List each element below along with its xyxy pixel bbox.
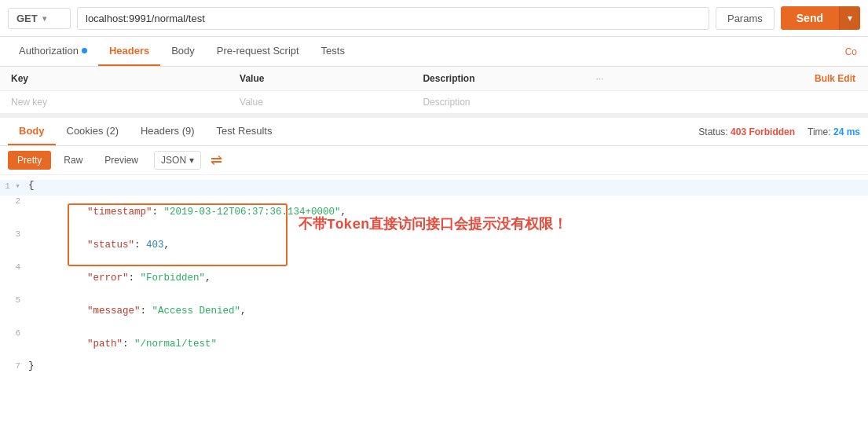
time-label-text: Time: [808, 126, 831, 137]
method-label: GET [16, 13, 38, 24]
headers-table: Key Value Description ··· Bulk Edit New … [0, 67, 868, 113]
line-content-6: "path": "/normal/test" [28, 328, 868, 361]
send-dropdown-button[interactable]: ▾ [839, 6, 860, 30]
key-placeholder[interactable]: New key [0, 91, 229, 114]
bulk-edit-button[interactable]: Bulk Edit [614, 67, 868, 91]
code-line-3: 3 "status": 403, [0, 229, 868, 262]
line-content-4: "error": "Forbidden", [28, 262, 868, 295]
response-tabs-bar: Body Cookies (2) Headers (9) Test Result… [0, 118, 868, 146]
col-key: Key [0, 67, 229, 91]
authorization-label: Authorization [19, 45, 79, 57]
code-line-7: 7 } [0, 361, 868, 376]
format-type-select[interactable]: JSON ▾ [154, 151, 201, 170]
tests-label: Tests [321, 45, 345, 57]
line-content-1: { [28, 180, 868, 191]
tab-authorization[interactable]: Authorization [8, 37, 98, 66]
code-area: 1 ▾ { 2 "timestamp": "2019-03-12T06:37:3… [0, 175, 868, 381]
format-preview-button[interactable]: Preview [95, 151, 148, 170]
authorization-dot [82, 48, 87, 53]
line-content-5: "message": "Access Denied", [28, 295, 868, 328]
status-label: Status: 403 Forbidden [698, 126, 795, 137]
send-button[interactable]: Send [781, 6, 839, 30]
request-tabs: Authorization Headers Body Pre-request S… [0, 37, 868, 67]
line-num-1: 1 ▾ [0, 180, 28, 191]
top-bar: GET ▾ Params Send ▾ [0, 0, 868, 37]
resp-headers-label: Headers (9) [141, 125, 195, 137]
resp-meta: Status: 403 Forbidden Time: 24 ms [698, 126, 860, 137]
tab-pre-request-script[interactable]: Pre-request Script [206, 37, 310, 66]
method-select[interactable]: GET ▾ [8, 8, 71, 29]
line-content-7: } [28, 361, 868, 372]
format-raw-button[interactable]: Raw [54, 151, 92, 170]
col-ellipsis: ··· [584, 67, 614, 91]
method-chevron: ▾ [42, 14, 46, 23]
code-line-6: 6 "path": "/normal/test" [0, 328, 868, 361]
tab-tests[interactable]: Tests [310, 37, 356, 66]
value-placeholder[interactable]: Value [229, 91, 412, 114]
resp-cookies-label: Cookies (2) [67, 125, 119, 137]
resp-tab-test-results[interactable]: Test Results [206, 118, 284, 145]
format-bar: Pretty Raw Preview JSON ▾ ⇌ [0, 146, 868, 175]
header-placeholder-row: New key Value Description [0, 91, 868, 114]
status-label-text: Status: [698, 126, 727, 137]
desc-placeholder[interactable]: Description [412, 91, 584, 114]
code-line-5: 5 "message": "Access Denied", [0, 295, 868, 328]
line-num-4: 4 [0, 262, 28, 272]
tab-body[interactable]: Body [160, 37, 206, 66]
line-num-6: 6 [0, 328, 28, 338]
line-num-3: 3 [0, 229, 28, 239]
body-label: Body [171, 45, 195, 57]
co-label: Co [845, 46, 860, 57]
pre-request-label: Pre-request Script [217, 45, 299, 57]
line-num-2: 2 [0, 196, 28, 206]
resp-test-results-label: Test Results [217, 125, 273, 137]
line-num-7: 7 [0, 361, 28, 371]
resp-tab-headers[interactable]: Headers (9) [130, 118, 206, 145]
format-type-chevron: ▾ [189, 155, 194, 166]
url-input[interactable] [77, 7, 709, 30]
resp-tab-cookies[interactable]: Cookies (2) [56, 118, 130, 145]
resp-body-label: Body [19, 125, 45, 137]
code-line-1: 1 ▾ { [0, 180, 868, 196]
row-bulkedit [614, 91, 868, 114]
annotation-text: 不带Token直接访问接口会提示没有权限！ [298, 214, 567, 233]
format-type-label: JSON [161, 155, 186, 166]
status-value: 403 Forbidden [731, 126, 795, 137]
resp-tab-body[interactable]: Body [8, 118, 56, 145]
code-line-4: 4 "error": "Forbidden", [0, 262, 868, 295]
wrap-icon[interactable]: ⇌ [211, 152, 222, 169]
line-num-5: 5 [0, 295, 28, 305]
tab-headers[interactable]: Headers [98, 37, 160, 66]
format-pretty-button[interactable]: Pretty [8, 151, 51, 170]
row-ellipsis [584, 91, 614, 114]
col-description: Description [412, 67, 584, 91]
send-btn-group: Send ▾ [781, 6, 860, 30]
line-content-3: "status": 403, [28, 229, 868, 262]
time-label: Time: 24 ms [808, 126, 860, 137]
col-value: Value [229, 67, 412, 91]
headers-label: Headers [109, 45, 149, 57]
params-button[interactable]: Params [716, 7, 775, 30]
time-value: 24 ms [833, 126, 860, 137]
